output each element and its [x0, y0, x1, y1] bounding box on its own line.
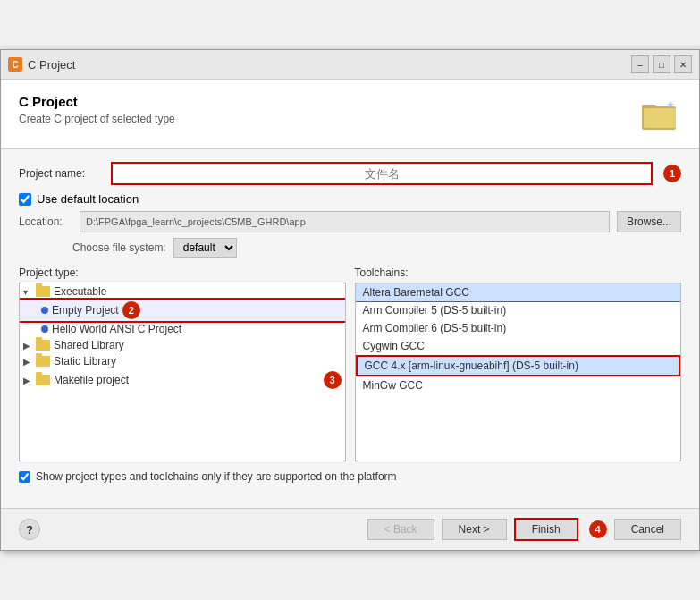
- dialog-subtitle: Create C project of selected type: [19, 113, 175, 125]
- toolchain-item-cygwin-gcc[interactable]: Cygwin GCC: [356, 337, 681, 355]
- dialog-header-icon: [638, 94, 681, 137]
- location-label: Location:: [19, 215, 72, 228]
- toolchain-label-mingw-gcc: MinGw GCC: [363, 379, 423, 392]
- toolchain-label-gcc-4x: GCC 4.x [arm-linux-gnueabihf] (DS-5 buil…: [365, 359, 578, 372]
- tree-label-empty-project: Empty Project: [52, 304, 119, 317]
- toolchain-item-gcc-4x[interactable]: GCC 4.x [arm-linux-gnueabihf] (DS-5 buil…: [356, 355, 681, 376]
- minimize-button[interactable]: –: [631, 55, 649, 73]
- title-bar-title: C Project: [28, 58, 75, 72]
- folder-icon-makefile-project: [36, 375, 50, 385]
- tree-arrow-executable: ▾: [23, 287, 34, 297]
- maximize-button[interactable]: □: [653, 55, 670, 73]
- location-row: Location: Browse...: [19, 211, 681, 232]
- title-bar-controls: – □ ✕: [631, 55, 692, 73]
- close-button[interactable]: ✕: [674, 55, 692, 73]
- filesystem-label: Choose file system:: [72, 241, 166, 254]
- tree-label-makefile-project: Makefile project: [54, 374, 129, 386]
- toolchain-item-arm-compiler5[interactable]: Arm Compiler 5 (DS-5 built-in): [356, 301, 681, 319]
- tree-arrow-static-library: ▶: [23, 357, 34, 367]
- folder-icon-shared-library: [36, 340, 50, 351]
- cancel-button[interactable]: Cancel: [614, 519, 681, 540]
- dialog-window: C C Project – □ ✕ C Project Create C pro…: [0, 49, 700, 551]
- show-supported-label: Show project types and toolchains only i…: [36, 470, 397, 483]
- button-bar: ? < Back Next > Finish 4 Cancel: [1, 508, 699, 550]
- filesystem-row: Choose file system: default: [19, 238, 681, 258]
- app-icon: C: [8, 57, 22, 72]
- toolchain-label-altera-baremetal: Altera Baremetal GCC: [363, 286, 469, 299]
- toolchains-box[interactable]: Altera Baremetal GCC Arm Compiler 5 (DS-…: [355, 283, 682, 461]
- back-button[interactable]: < Back: [367, 519, 434, 540]
- panels: Project type: ▾ Executable Empty Project: [19, 266, 681, 461]
- project-name-row: Project name: 1: [19, 162, 681, 185]
- project-type-panel: Project type: ▾ Executable Empty Project: [19, 266, 346, 461]
- svg-rect-2: [644, 108, 676, 128]
- help-button[interactable]: ?: [19, 519, 40, 540]
- folder-icon-executable: [36, 286, 50, 297]
- dialog-header-text: C Project Create C project of selected t…: [19, 94, 175, 125]
- tree-item-empty-project[interactable]: Empty Project 2: [20, 300, 345, 321]
- project-type-label: Project type:: [19, 266, 346, 279]
- toolchain-label-arm-compiler6: Arm Compiler 6 (DS-5 built-in): [363, 322, 507, 334]
- location-input[interactable]: [80, 211, 610, 232]
- next-button[interactable]: Next >: [442, 519, 507, 540]
- toolchain-item-arm-compiler6[interactable]: Arm Compiler 6 (DS-5 built-in): [356, 319, 681, 337]
- tree-arrow-shared-library: ▶: [23, 341, 34, 351]
- dialog-title: C Project: [19, 94, 175, 109]
- use-default-location-checkbox[interactable]: [19, 193, 31, 206]
- toolchains-panel: Toolchains: Altera Baremetal GCC Arm Com…: [355, 266, 682, 461]
- tree-item-hello-world[interactable]: Hello World ANSI C Project: [20, 321, 345, 337]
- title-bar: C C Project – □ ✕: [1, 50, 699, 80]
- tree-item-static-library[interactable]: ▶ Static Library: [20, 353, 345, 369]
- badge-4: 4: [589, 520, 607, 538]
- toolchain-item-mingw-gcc[interactable]: MinGw GCC: [356, 376, 681, 394]
- toolchain-label-arm-compiler5: Arm Compiler 5 (DS-5 built-in): [363, 304, 507, 317]
- filesystem-select[interactable]: default: [173, 238, 237, 258]
- dialog-header: C Project Create C project of selected t…: [1, 80, 699, 148]
- tree-arrow-makefile-project: ▶: [23, 376, 34, 385]
- tree-label-hello-world: Hello World ANSI C Project: [52, 323, 181, 335]
- dot-icon-empty-project: [41, 307, 48, 314]
- dialog-content: Project name: 1 Use default location Loc…: [1, 149, 699, 508]
- finish-button[interactable]: Finish: [514, 518, 578, 541]
- project-name-input[interactable]: [111, 162, 653, 185]
- show-supported-checkbox[interactable]: [19, 471, 30, 483]
- tree-label-shared-library: Shared Library: [54, 339, 124, 351]
- browse-button[interactable]: Browse...: [617, 211, 681, 232]
- dot-icon-hello-world: [41, 325, 48, 333]
- folder-icon-static-library: [36, 356, 50, 367]
- project-type-box[interactable]: ▾ Executable Empty Project 2: [19, 283, 346, 461]
- badge-2: 2: [122, 301, 140, 319]
- show-supported-row: Show project types and toolchains only i…: [19, 470, 681, 483]
- dialog-body: C Project Create C project of selected t…: [1, 80, 699, 508]
- tree-item-shared-library[interactable]: ▶ Shared Library: [20, 337, 345, 353]
- folder-icon-large: [640, 96, 679, 135]
- use-default-location-row: Use default location: [19, 192, 681, 206]
- use-default-location-label: Use default location: [37, 192, 139, 206]
- project-name-label: Project name:: [19, 167, 104, 180]
- toolchains-label: Toolchains:: [355, 266, 682, 279]
- tree-item-makefile-project[interactable]: ▶ Makefile project 3: [20, 369, 345, 391]
- toolchain-item-altera-baremetal[interactable]: Altera Baremetal GCC: [356, 283, 681, 301]
- toolchain-label-cygwin-gcc: Cygwin GCC: [363, 340, 425, 352]
- tree-label-static-library: Static Library: [54, 355, 116, 368]
- badge-1: 1: [663, 165, 681, 182]
- tree-label-executable: Executable: [54, 285, 106, 298]
- title-bar-left: C C Project: [8, 57, 75, 72]
- badge-3: 3: [324, 371, 342, 389]
- tree-item-executable[interactable]: ▾ Executable: [20, 283, 345, 300]
